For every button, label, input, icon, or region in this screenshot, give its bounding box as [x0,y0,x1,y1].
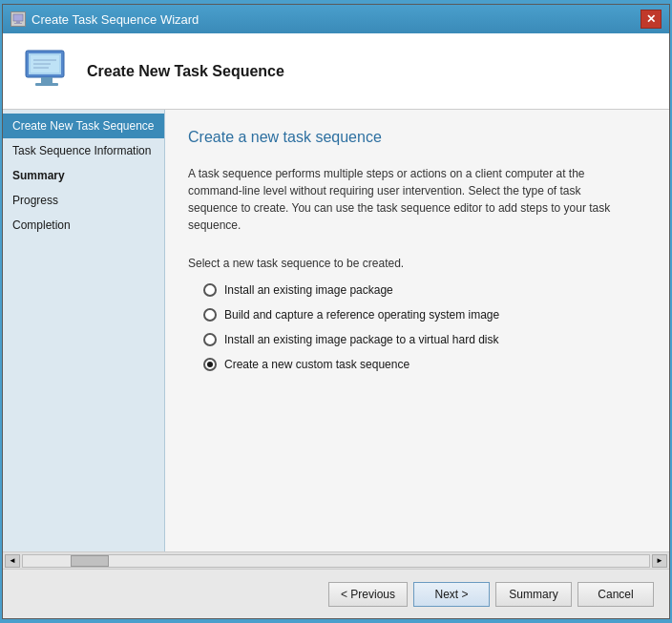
previous-button[interactable]: < Previous [328,582,408,607]
scroll-track[interactable] [22,554,650,568]
horizontal-scrollbar: ◄ ► [3,551,669,569]
header-computer-icon [22,47,72,96]
radio-option-1[interactable]: Install an existing image package [203,283,646,297]
scroll-thumb[interactable] [71,555,109,567]
sidebar-item-progress[interactable]: Progress [3,188,164,213]
scroll-right-button[interactable]: ► [652,554,667,568]
svg-rect-1 [16,21,20,23]
close-button[interactable]: ✕ [640,10,662,29]
radio-option-3[interactable]: Install an existing image package to a v… [203,333,646,346]
title-bar: Create Task Sequence Wizard ✕ [3,5,669,33]
next-button[interactable]: Next > [413,582,490,607]
header-section: Create New Task Sequence [3,33,669,110]
radio-group: Install an existing image package Build … [203,283,646,371]
svg-rect-0 [13,14,23,21]
radio-circle-2 [203,308,217,322]
radio-circle-4 [203,358,217,371]
title-bar-left: Create Task Sequence Wizard [10,11,199,27]
content-area: Create a new task sequence A task sequen… [165,110,669,551]
radio-circle-1 [203,283,217,297]
title-bar-app-icon [10,11,26,27]
main-content: Create New Task Sequence Task Sequence I… [3,110,669,551]
cancel-button[interactable]: Cancel [578,582,654,607]
radio-option-4[interactable]: Create a new custom task sequence [203,358,646,371]
svg-rect-2 [14,23,22,24]
svg-rect-6 [35,83,58,86]
header-title: Create New Task Sequence [87,63,284,80]
window-title: Create Task Sequence Wizard [32,12,199,27]
scroll-left-button[interactable]: ◄ [5,554,20,568]
main-window: Create Task Sequence Wizard ✕ Create New… [2,4,670,619]
summary-button[interactable]: Summary [495,582,572,607]
sidebar: Create New Task Sequence Task Sequence I… [3,110,165,551]
sidebar-item-completion[interactable]: Completion [3,213,164,238]
sidebar-item-summary[interactable]: Summary [3,163,164,188]
radio-circle-3 [203,333,217,346]
sidebar-item-task-sequence-information[interactable]: Task Sequence Information [3,138,164,163]
description-text: A task sequence performs multiple steps … [188,165,627,234]
radio-option-2[interactable]: Build and capture a reference operating … [203,308,646,322]
content-title: Create a new task sequence [188,129,646,146]
select-label: Select a new task sequence to be created… [188,257,646,270]
sidebar-item-create-new-task-sequence[interactable]: Create New Task Sequence [3,114,164,138]
footer: < Previous Next > Summary Cancel [3,569,669,618]
svg-rect-5 [41,77,52,83]
